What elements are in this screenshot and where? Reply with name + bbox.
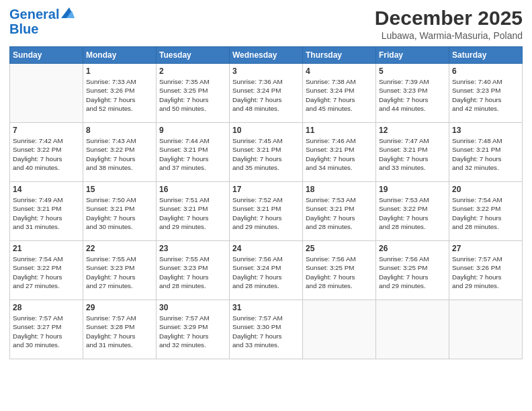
day-number: 25 [306, 243, 373, 254]
cell-info: Sunrise: 7:33 AM Sunset: 3:26 PM Dayligh… [86, 77, 153, 113]
day-number: 19 [379, 184, 446, 195]
calendar-cell [449, 300, 523, 359]
calendar-cell: 13Sunrise: 7:48 AM Sunset: 3:21 PM Dayli… [449, 123, 523, 182]
cell-info: Sunrise: 7:43 AM Sunset: 3:22 PM Dayligh… [86, 136, 153, 172]
cell-info: Sunrise: 7:56 AM Sunset: 3:25 PM Dayligh… [306, 255, 373, 290]
cell-info: Sunrise: 7:53 AM Sunset: 3:21 PM Dayligh… [306, 195, 373, 231]
day-number: 20 [452, 184, 519, 195]
day-number: 29 [86, 302, 153, 313]
calendar-cell: 7Sunrise: 7:42 AM Sunset: 3:22 PM Daylig… [10, 123, 83, 182]
page-container: General Blue December 2025 Lubawa, Warmi… [0, 0, 532, 411]
day-number: 1 [86, 66, 153, 77]
calendar-week-row: 7Sunrise: 7:42 AM Sunset: 3:22 PM Daylig… [10, 123, 523, 182]
calendar-cell: 3Sunrise: 7:36 AM Sunset: 3:24 PM Daylig… [230, 64, 303, 123]
cell-info: Sunrise: 7:40 AM Sunset: 3:23 PM Dayligh… [452, 77, 519, 113]
cell-info: Sunrise: 7:57 AM Sunset: 3:29 PM Dayligh… [159, 314, 226, 349]
calendar-cell: 10Sunrise: 7:45 AM Sunset: 3:21 PM Dayli… [230, 123, 303, 182]
day-number: 23 [159, 243, 226, 254]
cell-info: Sunrise: 7:47 AM Sunset: 3:21 PM Dayligh… [379, 136, 446, 172]
day-header-thursday: Thursday [303, 47, 376, 64]
cell-info: Sunrise: 7:45 AM Sunset: 3:21 PM Dayligh… [232, 136, 300, 172]
logo-icon [61, 7, 75, 18]
calendar-cell: 21Sunrise: 7:54 AM Sunset: 3:22 PM Dayli… [10, 241, 83, 300]
calendar-cell: 28Sunrise: 7:57 AM Sunset: 3:27 PM Dayli… [10, 300, 83, 359]
calendar-cell: 27Sunrise: 7:57 AM Sunset: 3:26 PM Dayli… [449, 241, 523, 300]
calendar-cell: 5Sunrise: 7:39 AM Sunset: 3:23 PM Daylig… [376, 64, 449, 123]
logo-text-blue: Blue [9, 21, 38, 36]
cell-info: Sunrise: 7:57 AM Sunset: 3:27 PM Dayligh… [13, 314, 80, 349]
day-number: 15 [86, 184, 153, 195]
cell-info: Sunrise: 7:55 AM Sunset: 3:23 PM Dayligh… [159, 255, 226, 290]
calendar-cell [376, 300, 449, 359]
day-header-friday: Friday [376, 47, 449, 64]
calendar-week-row: 1Sunrise: 7:33 AM Sunset: 3:26 PM Daylig… [10, 64, 523, 123]
day-number: 9 [159, 125, 226, 136]
calendar-cell: 11Sunrise: 7:46 AM Sunset: 3:21 PM Dayli… [303, 123, 376, 182]
title-block: December 2025 Lubawa, Warmia-Masuria, Po… [375, 7, 523, 41]
calendar-cell: 2Sunrise: 7:35 AM Sunset: 3:25 PM Daylig… [157, 64, 230, 123]
cell-info: Sunrise: 7:44 AM Sunset: 3:21 PM Dayligh… [159, 136, 226, 172]
header: General Blue December 2025 Lubawa, Warmi… [9, 7, 523, 41]
day-header-wednesday: Wednesday [230, 47, 303, 64]
day-number: 10 [232, 125, 300, 136]
day-number: 24 [232, 243, 300, 254]
cell-info: Sunrise: 7:54 AM Sunset: 3:22 PM Dayligh… [13, 255, 80, 290]
day-number: 3 [232, 66, 300, 77]
calendar-header-row: SundayMondayTuesdayWednesdayThursdayFrid… [10, 47, 523, 64]
day-number: 7 [13, 125, 80, 136]
cell-info: Sunrise: 7:36 AM Sunset: 3:24 PM Dayligh… [232, 77, 300, 113]
day-number: 11 [306, 125, 373, 136]
calendar-week-row: 28Sunrise: 7:57 AM Sunset: 3:27 PM Dayli… [10, 300, 523, 359]
calendar-cell: 8Sunrise: 7:43 AM Sunset: 3:22 PM Daylig… [83, 123, 157, 182]
calendar-cell: 23Sunrise: 7:55 AM Sunset: 3:23 PM Dayli… [157, 241, 230, 300]
calendar-cell: 20Sunrise: 7:54 AM Sunset: 3:22 PM Dayli… [449, 182, 523, 241]
cell-info: Sunrise: 7:46 AM Sunset: 3:21 PM Dayligh… [306, 136, 373, 172]
cell-info: Sunrise: 7:42 AM Sunset: 3:22 PM Dayligh… [13, 136, 80, 172]
day-number: 21 [13, 243, 80, 254]
month-title: December 2025 [375, 7, 523, 29]
cell-info: Sunrise: 7:48 AM Sunset: 3:21 PM Dayligh… [452, 136, 519, 172]
day-number: 5 [379, 66, 446, 77]
day-number: 6 [452, 66, 519, 77]
day-number: 26 [379, 243, 446, 254]
cell-info: Sunrise: 7:57 AM Sunset: 3:30 PM Dayligh… [232, 314, 300, 349]
calendar-cell [10, 64, 83, 123]
day-header-tuesday: Tuesday [157, 47, 230, 64]
calendar-cell: 1Sunrise: 7:33 AM Sunset: 3:26 PM Daylig… [83, 64, 157, 123]
calendar-week-row: 14Sunrise: 7:49 AM Sunset: 3:21 PM Dayli… [10, 182, 523, 241]
day-number: 2 [159, 66, 226, 77]
calendar-table: SundayMondayTuesdayWednesdayThursdayFrid… [9, 46, 523, 359]
day-number: 31 [232, 302, 300, 313]
cell-info: Sunrise: 7:54 AM Sunset: 3:22 PM Dayligh… [452, 195, 519, 231]
logo-text: General [9, 7, 59, 21]
calendar-cell: 19Sunrise: 7:53 AM Sunset: 3:22 PM Dayli… [376, 182, 449, 241]
calendar-cell: 14Sunrise: 7:49 AM Sunset: 3:21 PM Dayli… [10, 182, 83, 241]
cell-info: Sunrise: 7:57 AM Sunset: 3:26 PM Dayligh… [452, 255, 519, 290]
day-header-monday: Monday [83, 47, 157, 64]
cell-info: Sunrise: 7:50 AM Sunset: 3:21 PM Dayligh… [86, 195, 153, 231]
cell-info: Sunrise: 7:52 AM Sunset: 3:21 PM Dayligh… [232, 195, 300, 231]
calendar-cell: 25Sunrise: 7:56 AM Sunset: 3:25 PM Dayli… [303, 241, 376, 300]
cell-info: Sunrise: 7:49 AM Sunset: 3:21 PM Dayligh… [13, 195, 80, 231]
calendar-cell: 6Sunrise: 7:40 AM Sunset: 3:23 PM Daylig… [449, 64, 523, 123]
day-number: 8 [86, 125, 153, 136]
cell-info: Sunrise: 7:38 AM Sunset: 3:24 PM Dayligh… [306, 77, 373, 113]
calendar-cell: 22Sunrise: 7:55 AM Sunset: 3:23 PM Dayli… [83, 241, 157, 300]
location: Lubawa, Warmia-Masuria, Poland [375, 30, 523, 41]
cell-info: Sunrise: 7:53 AM Sunset: 3:22 PM Dayligh… [379, 195, 446, 231]
day-number: 14 [13, 184, 80, 195]
calendar-cell [303, 300, 376, 359]
cell-info: Sunrise: 7:56 AM Sunset: 3:25 PM Dayligh… [379, 255, 446, 290]
cell-info: Sunrise: 7:39 AM Sunset: 3:23 PM Dayligh… [379, 77, 446, 113]
day-number: 12 [379, 125, 446, 136]
calendar-cell: 12Sunrise: 7:47 AM Sunset: 3:21 PM Dayli… [376, 123, 449, 182]
calendar-cell: 18Sunrise: 7:53 AM Sunset: 3:21 PM Dayli… [303, 182, 376, 241]
day-number: 28 [13, 302, 80, 313]
calendar-cell: 31Sunrise: 7:57 AM Sunset: 3:30 PM Dayli… [230, 300, 303, 359]
day-number: 4 [306, 66, 373, 77]
calendar-cell: 15Sunrise: 7:50 AM Sunset: 3:21 PM Dayli… [83, 182, 157, 241]
day-number: 27 [452, 243, 519, 254]
cell-info: Sunrise: 7:51 AM Sunset: 3:21 PM Dayligh… [159, 195, 226, 231]
calendar-cell: 26Sunrise: 7:56 AM Sunset: 3:25 PM Dayli… [376, 241, 449, 300]
cell-info: Sunrise: 7:55 AM Sunset: 3:23 PM Dayligh… [86, 255, 153, 290]
